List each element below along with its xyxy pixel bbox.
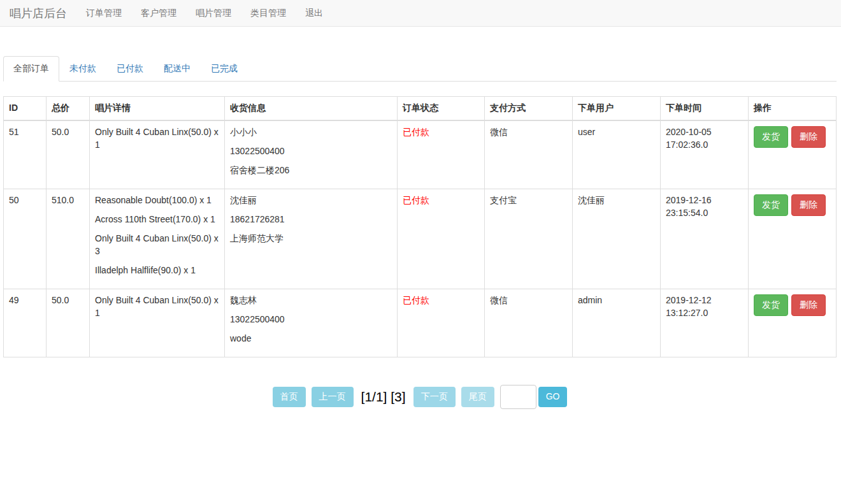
nav-item-record-management[interactable]: 唱片管理: [186, 0, 241, 26]
tab-all-orders[interactable]: 全部订单: [3, 56, 59, 82]
item-line: Reasonable Doubt(100.0) x 1: [95, 194, 219, 207]
tab-delivering[interactable]: 配送中: [154, 56, 201, 82]
status-badge: 已付款: [403, 195, 429, 205]
cell-id: 51: [4, 120, 47, 189]
delivery-line: 上海师范大学: [230, 233, 392, 245]
delivery-line: 13022500400: [230, 145, 392, 158]
ship-button[interactable]: 发货: [754, 294, 788, 316]
item-line: Only Built 4 Cuban Linx(50.0) x 3: [95, 233, 219, 258]
cell-items: Only Built 4 Cuban Linx(50.0) x 1: [90, 289, 225, 357]
cell-status: 已付款: [398, 120, 485, 189]
header-row: ID 总价 唱片详情 收货信息 订单状态 支付方式 下单用户 下单时间 操作: [4, 97, 837, 120]
nav-item-order-management[interactable]: 订单管理: [76, 0, 131, 26]
pagination: 首页 上一页 [1/1] [3] 下一页 尾页 GO: [3, 385, 837, 409]
delivery-line: 13022500400: [230, 313, 392, 326]
ship-button[interactable]: 发货: [754, 126, 788, 148]
go-button[interactable]: GO: [538, 387, 568, 407]
order-status-tabs: 全部订单 未付款 已付款 配送中 已完成: [3, 56, 837, 82]
page-number-input[interactable]: [500, 385, 536, 409]
delivery-line: 魏志林: [230, 294, 392, 307]
col-header-total: 总价: [47, 97, 90, 120]
col-header-payment-method: 支付方式: [485, 97, 573, 120]
page-jump-group: GO: [500, 385, 568, 409]
prev-page-button[interactable]: 上一页: [312, 387, 354, 407]
delivery-line: 宿舍楼二楼206: [230, 164, 392, 177]
nav-item-logout[interactable]: 退出: [296, 0, 333, 26]
tab-completed[interactable]: 已完成: [201, 56, 248, 82]
col-header-order-time: 下单时间: [661, 97, 749, 120]
cell-items: Only Built 4 Cuban Linx(50.0) x 1: [90, 120, 225, 189]
cell-actions: 发货删除: [749, 120, 837, 189]
item-line: Only Built 4 Cuban Linx(50.0) x 1: [95, 126, 219, 152]
table-row: 50 510.0 Reasonable Doubt(100.0) x 1 Acr…: [4, 189, 837, 289]
brand-title[interactable]: 唱片店后台: [10, 6, 76, 21]
cell-actions: 发货删除: [749, 189, 837, 289]
nav-item-category-management[interactable]: 类目管理: [241, 0, 296, 26]
delivery-line: 沈佳丽: [230, 194, 392, 207]
delivery-line: 小小小: [230, 126, 392, 139]
orders-table: ID 总价 唱片详情 收货信息 订单状态 支付方式 下单用户 下单时间 操作 5…: [3, 96, 837, 357]
page-info: [1/1] [3]: [359, 389, 408, 405]
col-header-record-details: 唱片详情: [90, 97, 225, 120]
cell-time: 2020-10-05 17:02:36.0: [661, 120, 749, 189]
col-header-delivery-info: 收货信息: [225, 97, 398, 120]
cell-user: user: [573, 120, 661, 189]
item-line: Illadelph Halflife(90.0) x 1: [95, 264, 219, 277]
cell-total: 50.0: [47, 120, 90, 189]
cell-total: 50.0: [47, 289, 90, 357]
col-header-order-status: 订单状态: [398, 97, 485, 120]
item-line: Across 110th Street(170.0) x 1: [95, 213, 219, 226]
delete-button[interactable]: 删除: [791, 126, 826, 148]
table-row: 49 50.0 Only Built 4 Cuban Linx(50.0) x …: [4, 289, 837, 357]
cell-payment: 微信: [485, 289, 573, 357]
first-page-button[interactable]: 首页: [273, 387, 306, 407]
cell-delivery: 沈佳丽 18621726281 上海师范大学: [225, 189, 398, 289]
cell-payment: 支付宝: [485, 189, 573, 289]
cell-time: 2019-12-12 13:12:27.0: [661, 289, 749, 357]
nav-item-customer-management[interactable]: 客户管理: [131, 0, 186, 26]
table-row: 51 50.0 Only Built 4 Cuban Linx(50.0) x …: [4, 120, 837, 189]
cell-payment: 微信: [485, 120, 573, 189]
delivery-line: wode: [230, 333, 392, 345]
main-content: 全部订单 未付款 已付款 配送中 已完成 ID 总价 唱片详情 收货信息 订单状…: [3, 56, 837, 409]
item-line: Only Built 4 Cuban Linx(50.0) x 1: [95, 294, 219, 320]
delete-button[interactable]: 删除: [791, 194, 826, 216]
last-page-button[interactable]: 尾页: [461, 387, 494, 407]
tab-paid[interactable]: 已付款: [106, 56, 154, 82]
cell-status: 已付款: [398, 189, 485, 289]
navbar: 唱片店后台 订单管理 客户管理 唱片管理 类目管理 退出: [0, 0, 841, 27]
next-page-button[interactable]: 下一页: [413, 387, 456, 407]
col-header-id: ID: [4, 97, 47, 120]
cell-total: 510.0: [47, 189, 90, 289]
ship-button[interactable]: 发货: [754, 194, 788, 216]
cell-items: Reasonable Doubt(100.0) x 1 Across 110th…: [90, 189, 225, 289]
tab-unpaid[interactable]: 未付款: [59, 56, 106, 82]
cell-id: 50: [4, 189, 47, 289]
cell-time: 2019-12-16 23:15:54.0: [661, 189, 749, 289]
col-header-order-user: 下单用户: [573, 97, 661, 120]
cell-actions: 发货删除: [749, 289, 837, 357]
col-header-actions: 操作: [749, 97, 837, 120]
status-badge: 已付款: [403, 127, 429, 137]
delivery-line: 18621726281: [230, 213, 392, 226]
cell-user: 沈佳丽: [573, 189, 661, 289]
status-badge: 已付款: [403, 295, 429, 305]
delete-button[interactable]: 删除: [791, 294, 826, 316]
cell-delivery: 小小小 13022500400 宿舍楼二楼206: [225, 120, 398, 189]
cell-delivery: 魏志林 13022500400 wode: [225, 289, 398, 357]
cell-id: 49: [4, 289, 47, 357]
cell-user: admin: [573, 289, 661, 357]
cell-status: 已付款: [398, 289, 485, 357]
